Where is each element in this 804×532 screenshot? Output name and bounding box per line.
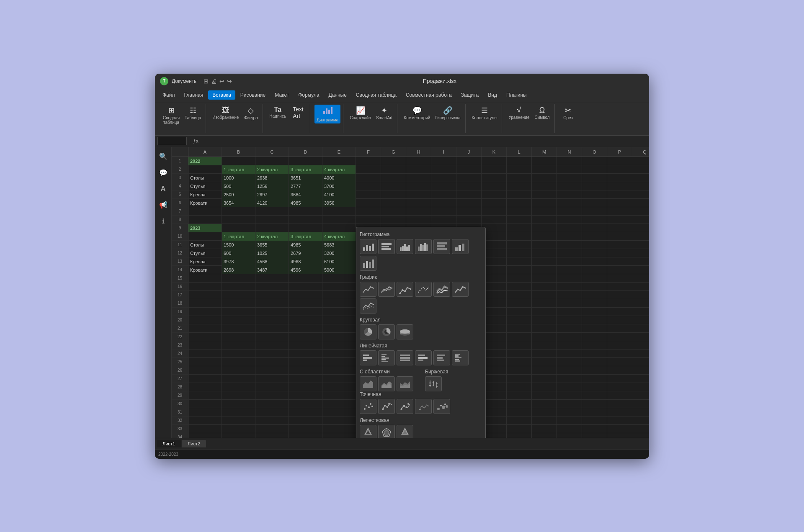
cell-a6[interactable]: Кровати xyxy=(188,199,222,207)
cell-e4[interactable]: 3700 xyxy=(322,182,356,190)
cell-h1[interactable] xyxy=(406,157,431,165)
chart-btn-bar-6[interactable] xyxy=(452,350,469,365)
cell-i5[interactable] xyxy=(431,190,456,199)
cell-c2[interactable]: 2 квартал xyxy=(255,165,289,174)
cell-g4[interactable] xyxy=(381,182,406,190)
cell-g2[interactable] xyxy=(381,165,406,174)
cell-i2[interactable] xyxy=(431,165,456,174)
menu-view[interactable]: Вид xyxy=(484,90,501,100)
col-header-g[interactable]: G xyxy=(381,147,406,157)
cell-k2[interactable] xyxy=(482,165,507,174)
cell-b3[interactable]: 1000 xyxy=(222,174,255,182)
menu-collab[interactable]: Совместная работа xyxy=(402,90,456,100)
col-header-h[interactable]: H xyxy=(406,147,431,157)
col-header-q[interactable]: Q xyxy=(632,147,649,157)
cell-j1[interactable] xyxy=(456,157,482,165)
cell-o3[interactable] xyxy=(582,174,607,182)
cell-b6[interactable]: 3654 xyxy=(222,199,255,207)
cell-n1[interactable] xyxy=(557,157,582,165)
sidebar-text-icon[interactable]: A xyxy=(159,183,168,194)
ribbon-btn-symbol[interactable]: Ω Символ xyxy=(533,105,552,132)
chart-btn-radar-3[interactable] xyxy=(397,425,413,438)
cell-a1[interactable]: 2022 xyxy=(188,157,222,165)
chart-btn-line-7[interactable] xyxy=(360,298,376,314)
cell-j3[interactable] xyxy=(456,174,482,182)
cell-c5[interactable]: 2697 xyxy=(255,190,289,199)
cell-e6[interactable]: 3956 xyxy=(322,199,356,207)
chart-btn-bar-5[interactable] xyxy=(433,350,450,365)
cell-n5[interactable] xyxy=(557,190,582,199)
cell-g1[interactable] xyxy=(381,157,406,165)
new-doc-icon[interactable]: ⊞ xyxy=(204,78,209,85)
cell-j5[interactable] xyxy=(456,190,482,199)
cell-d4[interactable]: 2777 xyxy=(289,182,322,190)
cell-c3[interactable]: 2638 xyxy=(255,174,289,182)
chart-btn-bar-3[interactable] xyxy=(397,350,413,365)
redo-icon[interactable]: ↪ xyxy=(227,78,232,85)
chart-btn-line-1[interactable] xyxy=(360,282,376,297)
chart-btn-pie-2[interactable] xyxy=(378,324,395,339)
cell-h2[interactable] xyxy=(406,165,431,174)
col-header-d[interactable]: D xyxy=(289,147,322,157)
chart-btn-hist-1[interactable] xyxy=(360,239,376,254)
cell-i1[interactable] xyxy=(431,157,456,165)
cell-a9[interactable]: 2023 xyxy=(188,224,222,232)
cell-a5[interactable]: Кресла xyxy=(188,190,222,199)
cell-h4[interactable] xyxy=(406,182,431,190)
menu-formula[interactable]: Формула xyxy=(294,90,323,100)
cell-n6[interactable] xyxy=(557,199,582,207)
cell-n3[interactable] xyxy=(557,174,582,182)
chart-btn-area-2[interactable] xyxy=(378,376,395,391)
cell-l6[interactable] xyxy=(507,199,532,207)
cell-n4[interactable] xyxy=(557,182,582,190)
cell-a7[interactable] xyxy=(188,207,222,216)
cell-a4[interactable]: Стулья xyxy=(188,182,222,190)
col-header-p[interactable]: P xyxy=(607,147,632,157)
ribbon-btn-textbox[interactable]: Ta Надпись xyxy=(267,105,288,132)
col-header-l[interactable]: L xyxy=(507,147,532,157)
menu-pivot[interactable]: Сводная таблица xyxy=(352,90,401,100)
col-header-i[interactable]: I xyxy=(431,147,456,157)
menu-insert[interactable]: Вставка xyxy=(208,90,235,100)
col-header-a[interactable]: A xyxy=(188,147,222,157)
cell-l3[interactable] xyxy=(507,174,532,182)
chart-btn-hist-2[interactable] xyxy=(378,239,395,254)
chart-btn-scatter-3[interactable] xyxy=(397,399,413,414)
tab-sheet1[interactable]: Лист1 xyxy=(157,440,181,447)
cell-b5[interactable]: 2500 xyxy=(222,190,255,199)
chart-btn-line-2[interactable] xyxy=(378,282,395,297)
sidebar-search-icon[interactable]: 🔍 xyxy=(157,151,169,162)
cell-c1[interactable] xyxy=(255,157,289,165)
ribbon-btn-slice[interactable]: ✂ Срез xyxy=(559,105,577,121)
col-header-k[interactable]: K xyxy=(482,147,507,157)
cell-h6[interactable] xyxy=(406,199,431,207)
cell-o6[interactable] xyxy=(582,199,607,207)
cell-l1[interactable] xyxy=(507,157,532,165)
cell-o4[interactable] xyxy=(582,182,607,190)
chart-btn-line-4[interactable] xyxy=(415,282,432,297)
col-header-e[interactable]: E xyxy=(322,147,356,157)
col-header-o[interactable]: O xyxy=(582,147,607,157)
cell-f2[interactable] xyxy=(356,165,381,174)
cell-c6[interactable]: 4120 xyxy=(255,199,289,207)
chart-btn-line-3[interactable] xyxy=(397,282,413,297)
cell-c4[interactable]: 1256 xyxy=(255,182,289,190)
cell-j6[interactable] xyxy=(456,199,482,207)
cell-d2[interactable]: 3 квартал xyxy=(289,165,322,174)
cell-l5[interactable] xyxy=(507,190,532,199)
cell-f3[interactable] xyxy=(356,174,381,182)
ribbon-btn-textart[interactable]: TextArt xyxy=(289,105,307,132)
cell-i3[interactable] xyxy=(431,174,456,182)
chart-btn-radar-1[interactable] xyxy=(360,425,376,438)
cell-f1[interactable] xyxy=(356,157,381,165)
chart-btn-bar-2[interactable] xyxy=(378,350,395,365)
cell-m5[interactable] xyxy=(532,190,557,199)
cell-e5[interactable]: 4100 xyxy=(322,190,356,199)
print-icon[interactable]: 🖨 xyxy=(211,78,217,85)
cell-d5[interactable]: 3684 xyxy=(289,190,322,199)
ribbon-btn-headers[interactable]: ☰ Колонтитулы xyxy=(470,105,500,121)
ribbon-btn-equation[interactable]: √ Уравнение xyxy=(506,105,531,132)
chart-btn-hist-3[interactable] xyxy=(397,239,413,254)
cell-h5[interactable] xyxy=(406,190,431,199)
cell-g3[interactable] xyxy=(381,174,406,182)
